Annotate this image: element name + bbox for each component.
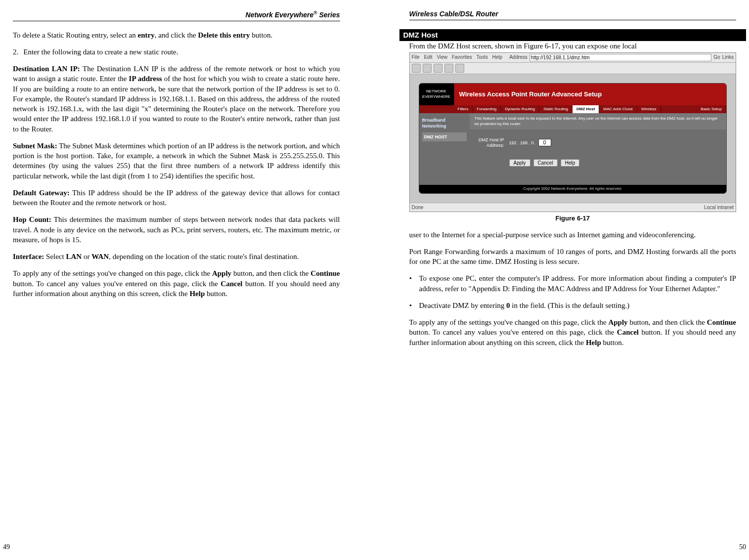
browser-menubar: File Edit View Favorites Tools Help Addr… [410,53,736,63]
header-right: Wireless Cable/DSL Router [409,10,737,20]
step-text: Enter the following data to create a new… [23,47,178,57]
tab-bar: Filters Forwarding Dynamic Routing Stati… [419,105,727,114]
menu-items[interactable]: File Edit View Favorites Tools Help [412,54,506,61]
browser-window: File Edit View Favorites Tools Help Addr… [409,52,737,213]
content-left: To delete a Static Routing entry, select… [13,30,340,550]
interface-para: Interface: Select LAN or WAN, depending … [13,252,340,261]
nav-toolbar [410,63,736,74]
address-label: Address [509,54,528,61]
ip-last-octet-input[interactable] [538,139,551,146]
bullet-1: • To expose one PC, enter the computer's… [409,273,737,294]
copyright: Copyright 2002 Network Everywhere. All r… [419,185,727,193]
intro-line: From the DMZ Host screen, shown in Figur… [409,41,737,51]
menu-file[interactable]: File [412,54,420,60]
tab-forwarding[interactable]: Forwarding [473,105,501,114]
apply-button[interactable]: Apply [509,159,530,167]
default-gateway-para: Default Gateway: This IP address should … [13,188,340,208]
hop-count-para: Hop Count: This determines the maximum n… [13,215,340,245]
banner-title: Wireless Access Point Router Advanced Se… [454,84,727,105]
figure-caption: Figure 6-17 [409,214,737,223]
tab-dmz-host[interactable]: DMZ Host [573,105,599,114]
status-done: Done [412,204,424,211]
left-column: Broadband Networking DMZ HOST [419,113,470,184]
page-right: Wireless Cable/DSL Router DMZ Host From … [375,0,749,560]
header-left: Network Everywhere® Series [13,10,340,21]
menu-tools[interactable]: Tools [476,54,487,60]
tab-dynamic-routing[interactable]: Dynamic Routing [501,105,539,114]
page-left: Network Everywhere® Series To delete a S… [0,0,375,560]
menu-help[interactable]: Help [492,54,503,60]
subnet-mask-para: Subnet Mask: The Subnet Mask determines … [13,141,340,181]
apply-settings-para-left: To apply any of the settings you've chan… [13,268,340,299]
form-buttons: Apply Cancel Help [470,157,727,173]
status-bar: Done Local intranet [410,203,736,212]
page-number-left: 49 [3,543,10,551]
page-number-right: 50 [739,543,746,551]
tab-mac-clone[interactable]: MAC Addr Clone [599,105,637,114]
menu-edit[interactable]: Edit [424,54,432,60]
page-spread: Network Everywhere® Series To delete a S… [0,0,749,560]
status-zone: Local intranet [704,204,734,211]
bullet-2: • Deactivate DMZ by entering 0 in the fi… [409,301,737,310]
links-label[interactable]: Links [722,54,734,61]
refresh-icon[interactable] [444,64,453,73]
menu-favorites[interactable]: Favorites [452,54,472,60]
bullet-1-text: To expose one PC, enter the computer's I… [419,273,737,294]
destination-lan-ip-para: Destination LAN IP: The Destination LAN … [13,64,340,134]
series-title: Network Everywhere® Series [246,11,340,19]
bullet-icon: • [409,273,412,294]
banner: NETWORK EVERYWHERE Wireless Access Point… [419,84,727,105]
go-button[interactable]: Go [713,54,720,61]
logo: NETWORK EVERYWHERE [419,84,454,105]
forward-icon[interactable] [423,64,432,73]
back-icon[interactable] [412,64,421,73]
apply-settings-para-right: To apply any of the settings you've chan… [409,317,737,347]
dmz-ip-label: DMZ Host IP Address: [475,137,504,148]
help-button[interactable]: Help [561,159,580,167]
panel-body: Broadband Networking DMZ HOST This featu… [419,113,727,184]
router-panel: NETWORK EVERYWHERE Wireless Access Point… [419,83,727,194]
category-label: Broadband Networking [422,117,467,129]
tab-basic-setup[interactable]: Basic Setup [697,105,726,114]
tab-filters[interactable]: Filters [454,105,473,114]
stop-icon[interactable] [434,64,442,73]
selected-page: DMZ HOST [422,132,467,141]
user-to-internet-para: user to the Internet for a special-purpo… [409,230,737,240]
tab-static-routing[interactable]: Static Routing [539,105,573,114]
dmz-form: DMZ Host IP Address: 192 . 168 . 0 . [470,129,727,157]
feature-description: This feature sets a local user to be exp… [470,113,727,129]
menu-view[interactable]: View [437,54,447,60]
bullet-2-text: Deactivate DMZ by entering 0 in the fiel… [419,301,737,310]
content-right: DMZ Host From the DMZ Host screen, shown… [409,29,737,550]
page-surface: NETWORK EVERYWHERE Wireless Access Point… [410,74,736,203]
ip-prefix: 192 . 168 . 0 . [509,140,536,146]
figure-6-17: File Edit View Favorites Tools Help Addr… [409,52,737,213]
port-range-para: Port Range Forwarding forwards a maximum… [409,247,737,267]
step-2: 2. Enter the following data to create a … [13,47,340,57]
bullet-icon: • [409,301,412,310]
step-number: 2. [13,47,18,57]
tab-wireless[interactable]: Wireless [637,105,661,114]
section-heading: DMZ Host [399,29,747,41]
address-input[interactable] [529,54,711,61]
delete-entry-para: To delete a Static Routing entry, select… [13,30,340,40]
cancel-button[interactable]: Cancel [533,159,558,167]
home-icon[interactable] [455,64,464,73]
right-column: This feature sets a local user to be exp… [470,113,727,184]
ip-line: 192 . 168 . 0 . [509,139,551,146]
address-bar: Address Go Links [509,54,734,61]
